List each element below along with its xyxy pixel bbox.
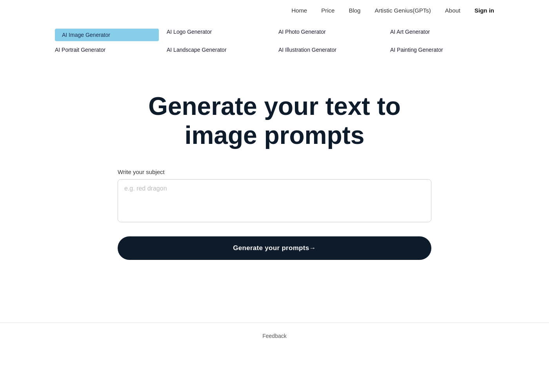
cat-landscape-generator[interactable]: AI Landscape Generator <box>167 47 271 53</box>
subject-label: Write your subject <box>118 169 431 175</box>
generate-button[interactable]: Generate your prompts→ <box>118 236 431 260</box>
cat-image-generator[interactable]: AI Image Generator <box>55 29 159 41</box>
cat-art-generator[interactable]: AI Art Generator <box>390 29 494 41</box>
nav-home[interactable]: Home <box>291 7 307 14</box>
cat-painting-generator[interactable]: AI Painting Generator <box>390 47 494 53</box>
nav-blog[interactable]: Blog <box>349 7 360 14</box>
cat-photo-generator[interactable]: AI Photo Generator <box>278 29 382 41</box>
cat-illustration-generator[interactable]: AI Illustration Generator <box>278 47 382 53</box>
cat-portrait-generator[interactable]: AI Portrait Generator <box>55 47 159 53</box>
nav-about[interactable]: About <box>445 7 460 14</box>
hero-section: Generate your text to image prompts Writ… <box>0 61 549 283</box>
hero-title: Generate your text to image prompts <box>118 92 431 150</box>
cat-logo-generator[interactable]: AI Logo Generator <box>167 29 271 41</box>
navbar: Home Price Blog Artistic Genius(GPTs) Ab… <box>0 0 549 21</box>
nav-price[interactable]: Price <box>321 7 334 14</box>
nav-signin[interactable]: Sign in <box>474 7 494 14</box>
nav-artistic-genius[interactable]: Artistic Genius(GPTs) <box>374 7 431 14</box>
category-section: AI Image Generator AI Logo Generator AI … <box>0 21 549 61</box>
feedback-label: Feedback <box>262 333 286 339</box>
footer: Feedback <box>0 323 549 349</box>
subject-input[interactable] <box>118 179 431 222</box>
